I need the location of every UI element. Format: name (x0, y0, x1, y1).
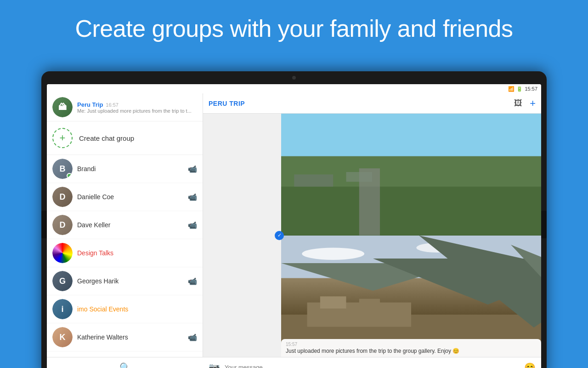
chat-empty-space (203, 114, 281, 357)
contact-name-imo-social: imo Social Events (77, 305, 197, 313)
bottom-search-bar: 🔍 (47, 357, 203, 368)
dave-avatar: D (52, 215, 73, 235)
online-indicator (67, 173, 72, 178)
create-group-label: Create chat group (79, 134, 134, 142)
camera-icon[interactable]: 📷 (209, 362, 220, 368)
bubble-text: Just uploaded more pictures from the tri… (286, 348, 537, 354)
header-title: Create groups with your family and frien… (0, 15, 588, 42)
chat-header-icons: 🖼 + (514, 98, 536, 109)
create-group-icon: + (52, 128, 73, 148)
svg-rect-0 (281, 114, 541, 162)
app-container: 🏔 Peru Trip 16:57 Me: Just uploaded more… (47, 93, 541, 368)
imo-social-avatar: i (52, 299, 73, 319)
contact-name-brandi: Brandi (77, 165, 188, 172)
top-contact-time: 16:57 (106, 102, 119, 108)
add-to-chat-icon[interactable]: + (530, 98, 536, 109)
contact-dave[interactable]: D Dave Keller 📹 (47, 211, 203, 239)
video-icon-dave: 📹 (188, 221, 197, 230)
danielle-avatar: D (52, 187, 73, 207)
battery-icon: 🔋 (516, 86, 523, 92)
contact-name-danielle: Danielle Coe (77, 193, 188, 201)
chat-messages-area: ✓ (203, 114, 541, 357)
video-icon-danielle: 📹 (188, 193, 197, 201)
top-contact-item[interactable]: 🏔 Peru Trip 16:57 Me: Just uploaded more… (47, 93, 203, 121)
speaker-left (41, 211, 47, 238)
contact-name-katherine: Katherine Walters (77, 334, 188, 341)
contact-brandi[interactable]: B Brandi 📹 (47, 155, 203, 183)
image-gallery-icon[interactable]: 🖼 (514, 98, 522, 108)
video-icon-brandi: 📹 (188, 165, 197, 173)
chat-photo-bottom: 15:57 Just uploaded more pictures from t… (281, 236, 541, 357)
message-input[interactable] (225, 364, 520, 368)
svg-rect-15 (359, 299, 380, 308)
status-time: 15:57 (525, 86, 537, 92)
speaker-right (541, 211, 547, 238)
message-bubble: 15:57 Just uploaded more pictures from t… (281, 339, 541, 357)
tablet-frame: 📶 🔋 15:57 🏔 Peru Trip 16:57 (41, 71, 547, 368)
svg-rect-5 (346, 172, 373, 182)
contact-name-georges: Georges Harik (77, 277, 188, 285)
bubble-time: 15:57 (286, 342, 537, 347)
peru-trip-avatar: 🏔 (52, 97, 73, 117)
status-bar: 📶 🔋 15:57 (47, 84, 541, 93)
status-icons: 📶 🔋 15:57 (508, 86, 537, 92)
top-contact-name: Peru Trip (77, 101, 103, 108)
contact-katherine[interactable]: K Katherine Walters 📹 (47, 323, 203, 351)
svg-point-7 (302, 247, 364, 259)
contact-name-dave: Dave Keller (77, 221, 188, 229)
search-icon[interactable]: 🔍 (119, 362, 131, 368)
video-icon-katherine: 📹 (188, 333, 197, 342)
check-mark: ✓ (275, 231, 284, 240)
create-group-row[interactable]: + Create chat group (47, 121, 203, 155)
contact-design-talks[interactable]: Design Talks (47, 239, 203, 267)
chat-title: PERU TRIP (209, 100, 245, 107)
plus-icon: + (60, 133, 66, 143)
contacts-panel: 🏔 Peru Trip 16:57 Me: Just uploaded more… (47, 93, 203, 368)
camera (292, 76, 296, 80)
chat-header: PERU TRIP 🖼 + (203, 93, 541, 114)
video-icon-georges: 📹 (188, 277, 197, 286)
design-talks-avatar (52, 243, 73, 263)
svg-rect-14 (320, 296, 346, 308)
georges-avatar: G (52, 271, 73, 291)
tablet-screen: 📶 🔋 15:57 🏔 Peru Trip 16:57 (47, 84, 541, 368)
contact-georges[interactable]: G Georges Harik 📹 (47, 267, 203, 295)
svg-rect-4 (294, 174, 333, 186)
contact-imo-social[interactable]: i imo Social Events (47, 295, 203, 323)
aerial-svg (281, 114, 541, 236)
chat-images-area: ✓ (281, 114, 541, 357)
brandi-avatar: B (52, 159, 73, 179)
chat-photo-top (281, 114, 541, 236)
chat-input-bar: 📷 😊 (203, 357, 541, 368)
katherine-avatar: K (52, 327, 73, 347)
contact-name-design-talks: Design Talks (77, 249, 197, 257)
chat-panel: PERU TRIP 🖼 + (203, 93, 541, 368)
emoji-icon[interactable]: 😊 (524, 362, 536, 368)
contact-danielle[interactable]: D Danielle Coe 📹 (47, 183, 203, 211)
top-contact-preview: Me: Just uploaded more pictures from the… (77, 108, 197, 114)
landscape-top-scene (281, 114, 541, 236)
wifi-icon: 📶 (508, 86, 514, 92)
svg-rect-2 (281, 187, 541, 236)
